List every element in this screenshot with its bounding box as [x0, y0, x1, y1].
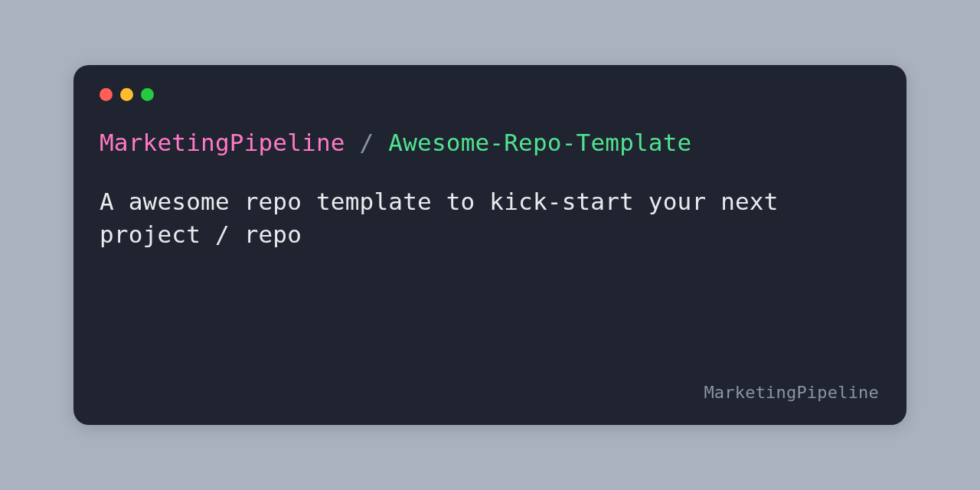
window-traffic-lights	[100, 88, 880, 101]
close-icon	[100, 88, 113, 101]
repo-description: A awesome repo template to kick-start yo…	[100, 185, 850, 252]
maximize-icon	[141, 88, 154, 101]
repo-title: MarketingPipeline / Awesome-Repo-Templat…	[100, 129, 880, 156]
minimize-icon	[120, 88, 133, 101]
repo-card: MarketingPipeline / Awesome-Repo-Templat…	[74, 65, 906, 425]
title-separator: /	[360, 129, 389, 156]
repo-owner: MarketingPipeline	[100, 129, 345, 156]
repo-name: Awesome-Repo-Template	[388, 129, 691, 156]
repo-footer: MarketingPipeline	[704, 383, 879, 402]
